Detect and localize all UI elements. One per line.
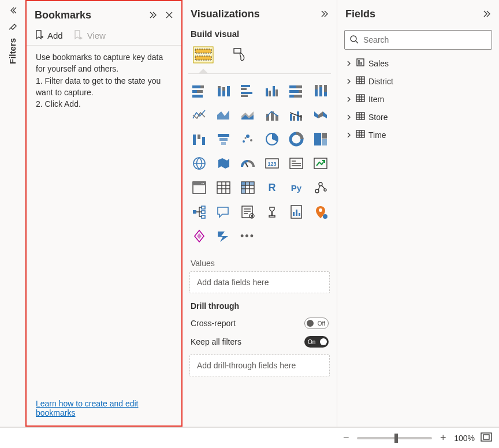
search-icon [349,34,359,46]
svg-rect-7 [192,95,203,98]
build-visual-tab[interactable] [191,42,216,68]
viz-waterfall-icon[interactable] [188,128,210,150]
drill-through-label: Drill through [183,293,337,314]
svg-rect-44 [219,138,228,141]
svg-rect-119 [356,130,364,137]
viz-scatter-icon[interactable] [237,128,259,150]
viz-table-icon[interactable] [213,177,234,199]
svg-rect-20 [275,89,278,96]
viz-card-icon[interactable]: 123 [261,152,283,174]
bookmarks-view-button: View [73,30,106,40]
svg-rect-28 [315,89,318,96]
viz-filled-map-icon[interactable] [213,152,234,174]
visualizations-collapse-chevron-icon[interactable] [318,8,331,20]
svg-rect-3 [192,85,200,88]
svg-rect-12 [227,86,230,96]
drill-through-dropzone[interactable]: Add drill-through fields here [189,354,330,376]
viz-multi-row-card-icon[interactable] [285,152,307,174]
viz-line-stacked-column-icon[interactable] [261,104,283,126]
filters-expand-chevron-icon[interactable] [6,3,19,17]
viz-qna-icon[interactable] [213,201,234,223]
svg-rect-41 [198,135,200,139]
viz-treemap-icon[interactable] [310,128,332,150]
fields-table-store[interactable]: Store [341,108,496,126]
viz-ribbon-icon[interactable] [310,104,332,126]
bookmarks-add-button[interactable]: Add [35,30,63,40]
svg-rect-30 [319,87,322,96]
fields-table-label: Time [368,130,386,140]
zoom-in-button[interactable]: + [438,432,448,444]
fields-table-district[interactable]: District [341,72,496,90]
viz-100-stacked-bar-icon[interactable] [285,80,307,102]
viz-more-visuals-icon[interactable]: ••• [237,225,259,247]
svg-rect-66 [217,182,230,193]
zoom-slider[interactable] [357,437,432,439]
viz-funnel-icon[interactable] [213,128,234,150]
viz-area-icon[interactable] [213,104,234,126]
fields-search-input[interactable] [344,30,492,50]
viz-power-apps-icon[interactable] [188,225,210,247]
fit-to-page-icon[interactable] [481,432,492,443]
visualization-gallery: 123 R Py ••• [188,73,331,251]
viz-python-icon[interactable]: Py [285,177,307,199]
viz-goals-icon[interactable] [261,201,283,223]
viz-stacked-bar-icon[interactable] [188,80,210,102]
viz-matrix-icon[interactable] [237,177,259,199]
chevron-right-icon [345,132,352,139]
svg-rect-83 [193,210,196,214]
values-dropzone[interactable]: Add data fields here [189,271,330,293]
bookmarks-add-label: Add [47,31,63,40]
bookmarks-learn-link[interactable]: Learn how to create and edit bookmarks [36,399,138,417]
viz-paginated-report-icon[interactable] [285,201,307,223]
viz-smart-narrative-icon[interactable] [237,201,259,223]
viz-stacked-area-icon[interactable] [237,104,259,126]
svg-rect-37 [293,116,295,121]
fields-collapse-chevron-icon[interactable] [481,8,493,20]
bookmarks-close-icon[interactable] [163,9,176,21]
viz-line-icon[interactable] [188,104,210,126]
svg-rect-125 [483,435,489,439]
svg-rect-54 [322,139,327,145]
viz-stacked-column-icon[interactable] [213,80,234,102]
svg-rect-18 [269,91,271,96]
viz-key-influencers-icon[interactable] [310,177,332,199]
viz-kpi-icon[interactable] [310,152,332,174]
viz-map-icon[interactable] [188,152,210,174]
svg-rect-22 [289,85,296,88]
svg-rect-26 [289,95,294,98]
svg-rect-4 [200,85,204,88]
filters-eraser-icon[interactable] [6,18,19,33]
viz-decomposition-tree-icon[interactable] [188,201,210,223]
svg-point-97 [319,208,322,212]
cross-report-toggle[interactable]: Off [304,318,329,329]
viz-gauge-icon[interactable] [237,152,259,174]
viz-pie-icon[interactable] [261,128,283,150]
fields-table-time[interactable]: Time [341,126,496,144]
svg-point-98 [323,214,327,219]
table-icon [356,94,365,104]
fields-table-label: District [368,77,393,86]
viz-donut-icon[interactable] [285,128,307,150]
svg-text:R: R [268,182,275,193]
viz-arcgis-map-icon[interactable] [310,201,332,223]
viz-power-automate-icon[interactable] [213,225,234,247]
keep-all-filters-toggle[interactable]: On [304,336,329,348]
viz-100-stacked-column-icon[interactable] [310,80,332,102]
values-label: Values [183,251,337,271]
filters-label: Filters [8,38,17,64]
svg-point-82 [324,189,326,191]
viz-clustered-bar-icon[interactable] [237,80,259,102]
fields-table-sales[interactable]: Sales [341,54,496,72]
viz-slicer-icon[interactable] [188,177,210,199]
svg-rect-5 [192,90,197,93]
format-visual-tab[interactable] [226,42,252,68]
build-visual-tab-icon [193,46,214,64]
fields-table-item[interactable]: Item [341,90,496,108]
zoom-out-button[interactable]: − [341,432,351,444]
viz-r-script-icon[interactable]: R [261,177,283,199]
viz-line-clustered-column-icon[interactable] [285,104,307,126]
svg-text:Py: Py [291,183,301,193]
viz-clustered-column-icon[interactable] [261,80,283,102]
bookmarks-collapse-chevron-icon[interactable] [147,9,159,21]
zoom-percent-label: 100% [454,434,475,443]
